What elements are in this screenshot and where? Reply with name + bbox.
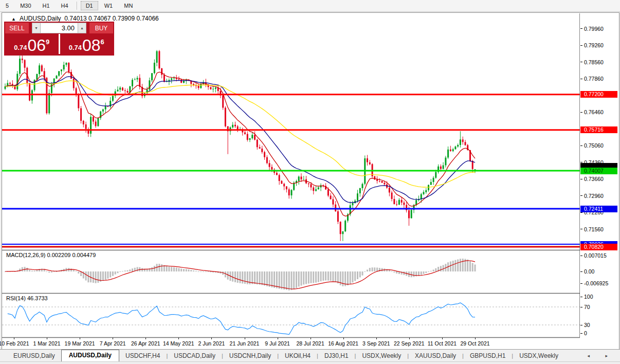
timeframe-button-d1[interactable]: D1 <box>81 1 98 10</box>
volume-increase-button[interactable]: ▲ <box>78 23 86 33</box>
time-tick <box>409 338 410 339</box>
chart-title-symbol: AUDUSD,Daily <box>20 15 61 22</box>
time-tick <box>343 338 344 339</box>
buy-button[interactable]: BUY <box>89 23 113 33</box>
time-tick <box>311 338 311 339</box>
sell-price[interactable]: 0.74 06 9 <box>5 34 59 54</box>
buy-price-prefix: 0.74 <box>69 44 82 51</box>
hline-price-badge: 0.70820 <box>580 244 617 250</box>
macd-tick-label: 0.00 <box>584 268 594 275</box>
time-tick-label: 9 Jul 2021 <box>265 340 289 347</box>
macd-tick <box>580 256 582 256</box>
sell-button[interactable]: SELL <box>5 23 29 33</box>
time-tick <box>178 338 179 339</box>
time-tick <box>14 338 14 339</box>
time-tick-label: 10 Feb 2021 <box>0 340 29 347</box>
chart-title: ▲AUDUSD,Daily 0.74013 0.74067 0.73909 0.… <box>11 15 159 22</box>
hline-price-badge: 0.75716 <box>580 126 617 133</box>
price-tick-label: 0.78560 <box>584 59 604 65</box>
buy-price-digits: 08 <box>82 38 101 53</box>
rsi-tick <box>580 307 582 307</box>
timeframe-button-w1[interactable]: W1 <box>99 1 118 10</box>
chart-collapse-icon[interactable]: ▲ <box>11 16 16 22</box>
bottom-strip <box>0 361 620 364</box>
time-tick-label: 7 Apr 2021 <box>100 340 126 347</box>
macd-values: 0.002209 0.004479 <box>47 252 96 258</box>
price-tick-label: 0.77860 <box>584 76 604 82</box>
chart-tab-usdx-10[interactable]: USDX,Weekly <box>513 351 564 361</box>
macd-tick <box>580 271 582 272</box>
price-tick <box>580 195 582 196</box>
price-tick-label: 0.79960 <box>584 26 604 32</box>
rsi-tick-label: 100 <box>584 294 593 300</box>
rsi-tick-label: 70 <box>584 304 590 310</box>
time-tick <box>245 338 245 339</box>
rsi-tick-label: 30 <box>584 322 590 328</box>
sell-price-prefix: 0.74 <box>14 44 27 51</box>
chart-tab-ukoil-5[interactable]: UKOil,H4 <box>279 351 317 361</box>
chart-tab-usdcad-3[interactable]: USDCAD,Daily <box>168 351 222 361</box>
timeframe-button-h4[interactable]: H4 <box>56 1 74 10</box>
tab-scroll-arrows[interactable]: ◂ ▸ <box>587 353 615 358</box>
chart-title-ohlc: 0.74013 0.74067 0.73909 0.74066 <box>64 15 159 22</box>
time-tick-label: 21 Jun 2021 <box>230 340 260 347</box>
chart-tab-xauusd-8[interactable]: XAUUSD,Daily <box>409 351 462 361</box>
price-tick-label: 0.79260 <box>584 42 604 48</box>
chart-tab-eurusd-0[interactable]: EURUSD,Daily <box>7 351 61 361</box>
price-tick <box>580 179 582 179</box>
one-click-trading-panel: SELL ▼ ▲ BUY 0.74 06 9 0.74 08 6 <box>4 22 114 56</box>
price-tick <box>580 79 582 79</box>
timeframe-button-mn[interactable]: MN <box>119 1 138 10</box>
price-tick-label: 0.73660 <box>584 176 604 182</box>
rsi-label: RSI(14) 46.3733 <box>6 295 48 301</box>
timeframe-toolbar: 5M30H1H4D1W1MN <box>0 0 620 12</box>
time-tick-label: 26 Apr 2021 <box>131 340 160 347</box>
chart-tab-audusd-1[interactable]: AUDUSD,Daily <box>61 350 119 361</box>
price-tick <box>580 212 582 213</box>
chart-tab-usdcnh-4[interactable]: USDCNH,Daily <box>223 351 277 361</box>
sell-price-digits: 06 <box>27 38 46 53</box>
price-tick-label: 0.76460 <box>584 109 604 115</box>
time-tick-label: 28 Jul 2021 <box>296 340 324 347</box>
buy-price[interactable]: 0.74 08 6 <box>60 34 114 54</box>
macd-tick-label: 0.007015 <box>584 252 607 259</box>
volume-input[interactable] <box>41 23 78 33</box>
price-tick <box>580 162 582 162</box>
chart-tab-usdx-7[interactable]: USDX,Weekly <box>356 351 407 361</box>
time-tick <box>113 338 113 339</box>
main-chart-canvas[interactable] <box>2 13 580 338</box>
time-tick-label: 19 Mar 2021 <box>65 340 95 347</box>
time-tick <box>211 338 212 339</box>
hline-price-badge: 0.72411 <box>580 206 617 212</box>
time-tick-label: 11 Oct 2021 <box>428 340 457 347</box>
time-tick-label: 29 Oct 2021 <box>460 340 489 347</box>
rsi-value: 46.3733 <box>27 295 48 301</box>
time-tick <box>278 338 278 339</box>
chart-tab-dj30-6[interactable]: DJ30,H1 <box>318 351 355 361</box>
price-tick <box>580 145 582 146</box>
buy-price-pip: 6 <box>101 38 104 46</box>
hline-price-badge: 0.77200 <box>580 91 617 98</box>
time-tick <box>376 338 377 339</box>
price-tick <box>580 112 582 113</box>
chart-tab-usdchf-2[interactable]: USDCHF,H4 <box>119 351 166 361</box>
rsi-tick-label: 0 <box>584 330 587 336</box>
rsi-tick <box>580 325 582 325</box>
rsi-tick <box>580 297 582 297</box>
volume-decrease-button[interactable]: ▼ <box>32 23 41 33</box>
timeframe-button-m30[interactable]: M30 <box>15 1 36 10</box>
time-tick <box>47 338 47 339</box>
rsi-tick <box>580 333 582 334</box>
time-tick-label: 16 Aug 2021 <box>328 340 358 347</box>
chart-tab-gbpusd-9[interactable]: GBPUSD,H1 <box>464 351 512 361</box>
macd-tick <box>580 283 582 284</box>
macd-label: MACD(12,26,9) 0.002209 0.004479 <box>6 252 96 258</box>
sell-price-pip: 9 <box>46 38 49 46</box>
price-tick-label: 0.71560 <box>584 226 604 232</box>
price-tick-label: 0.72960 <box>584 193 604 199</box>
price-tick <box>580 45 582 46</box>
time-tick-label: 22 Sep 2021 <box>394 340 425 347</box>
chart-tab-bar: EURUSD,DailyAUDUSD,DailyUSDCHF,H4|USDCAD… <box>0 349 620 361</box>
timeframe-button-h1[interactable]: H1 <box>38 1 55 10</box>
timeframe-button-5[interactable]: 5 <box>1 1 14 10</box>
